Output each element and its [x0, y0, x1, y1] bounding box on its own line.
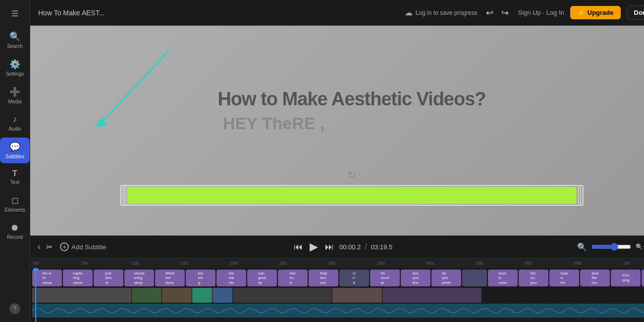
- zoom-in-button[interactable]: 🔍+: [634, 242, 644, 252]
- top-bar: How To Make AEST... ☁ Log in to save pro…: [30, 0, 644, 26]
- add-subtitle-label: Add Subtitle: [71, 243, 106, 251]
- ruler-marks: 0s 5s 10s 15s 20s 25s 30s 35s 40s 45s 50…: [32, 261, 644, 266]
- clip-10[interactable]: thatarenot: [309, 270, 338, 286]
- clip-8[interactable]: cangreatly: [247, 270, 277, 286]
- thumb-8: [382, 288, 482, 303]
- thumb-2: [132, 288, 161, 303]
- clip-7[interactable]: elements: [216, 270, 246, 286]
- clip-14[interactable]: doyouprefe: [431, 270, 461, 286]
- clip-12[interactable]: Itscrucial: [370, 270, 400, 286]
- total-time: 03:19.5: [371, 243, 392, 251]
- svg-line-0: [100, 50, 169, 125]
- search-icon: 🔍: [9, 31, 20, 42]
- clip-1[interactable]: Ho wtovisua: [32, 270, 62, 286]
- playhead[interactable]: [35, 268, 36, 322]
- clip-19[interactable]: andthemu: [580, 270, 610, 286]
- add-subtitle-button[interactable]: + Add Subtitle: [57, 241, 109, 253]
- canvas-background: HEY TheRE , How to Make Aesthetic Videos…: [30, 26, 644, 235]
- login-link[interactable]: Log In: [546, 9, 564, 16]
- thumb-1: [32, 288, 131, 303]
- svg-marker-1: [95, 117, 107, 127]
- undo-button[interactable]: ↩: [483, 5, 496, 20]
- ruler-mark-40s: 40s: [426, 261, 475, 266]
- upgrade-icon: ⚡: [577, 9, 585, 16]
- clip-16[interactable]: mood,color: [488, 270, 518, 286]
- scissors-button[interactable]: ✂: [45, 241, 54, 253]
- clip-9[interactable]: Heresa: [278, 270, 308, 286]
- sidebar-item-search[interactable]: 🔍 Search: [0, 27, 30, 53]
- save-progress-label: Log in to save progress: [416, 9, 478, 16]
- sidebar-label-text: Text: [10, 180, 19, 185]
- ruler-mark-25s: 25s: [278, 261, 327, 266]
- sidebar-item-elements[interactable]: ◻ Elements: [0, 191, 30, 217]
- rewind-button[interactable]: ⏮: [292, 240, 304, 254]
- hamburger-menu[interactable]: ☰: [6, 4, 23, 23]
- subtitle-fill-bar: [127, 187, 577, 204]
- clip-20[interactable]: Chosing: [611, 270, 641, 286]
- zoom-slider-container: [591, 243, 631, 251]
- subtitle-track-row: Ho wtovisua capturingvisua justabout vis…: [30, 268, 644, 288]
- subtitle-selection-box[interactable]: [120, 185, 584, 206]
- ruler-mark-20s: 20s: [229, 261, 278, 266]
- sidebar-item-audio[interactable]: ♪ Audio: [0, 110, 30, 136]
- play-button[interactable]: ▶: [308, 239, 320, 255]
- settings-icon: ⚙️: [9, 59, 20, 70]
- sidebar-item-settings[interactable]: ⚙️ Settings: [0, 55, 30, 81]
- clip-21[interactable]: theosine: [642, 270, 644, 286]
- auth-links: Sign Up · Log In: [518, 9, 564, 16]
- done-button[interactable]: Done ✓: [627, 5, 644, 20]
- timeline-ruler: 0s 5s 10s 15s 20s 25s 30s 35s 40s 45s 50…: [30, 258, 644, 268]
- timeline-back-button[interactable]: ‹: [36, 241, 42, 253]
- timeline-track-area[interactable]: Ho wtovisua capturingvisua justabout vis…: [30, 268, 644, 322]
- selection-handle-left[interactable]: [123, 186, 126, 204]
- sidebar-label-media: Media: [8, 99, 21, 104]
- clip-6[interactable]: looking: [186, 270, 215, 286]
- sidebar-item-subtitles[interactable]: 💬 Subtitles: [0, 138, 30, 163]
- save-progress-btn[interactable]: ☁ Log in to save progress: [405, 8, 478, 17]
- redo-button[interactable]: ↪: [498, 5, 512, 20]
- sidebar-label-elements: Elements: [4, 207, 25, 213]
- video-title: How to Make Aesthetic Videos?: [95, 89, 609, 110]
- main-area: How To Make AEST... ☁ Log in to save pro…: [30, 0, 644, 322]
- hey-there-text: HEY TheRE ,: [223, 115, 324, 132]
- clip-18[interactable]: make,fro: [549, 270, 579, 286]
- left-sidebar: ☰ 🔍 Search ⚙️ Settings ➕ Media ♪ Audio 💬…: [0, 0, 30, 322]
- sidebar-item-record[interactable]: ⏺ Record: [0, 219, 30, 244]
- clip-15[interactable]: [462, 270, 487, 286]
- media-icon: ➕: [9, 87, 20, 97]
- video-thumbnail-row: [30, 288, 644, 304]
- ruler-mark-55s: 55s: [573, 261, 622, 266]
- upgrade-button[interactable]: ⚡ Upgrade: [570, 6, 621, 19]
- audio-wave-svg: [32, 304, 644, 318]
- clip-2[interactable]: capturingvisua: [63, 270, 93, 286]
- sidebar-label-record: Record: [7, 234, 23, 240]
- ruler-mark-45s: 45s: [475, 261, 524, 266]
- clip-13[interactable]: Areyoudra: [401, 270, 430, 286]
- sidebar-item-text[interactable]: T Text: [0, 165, 30, 189]
- signup-link[interactable]: Sign Up: [518, 9, 540, 16]
- sidebar-item-media[interactable]: ➕ Media: [0, 83, 30, 108]
- sidebar-label-subtitles: Subtitles: [5, 154, 24, 159]
- ruler-mark-0s: 0s: [32, 261, 81, 266]
- elements-icon: ◻: [11, 195, 19, 206]
- fast-forward-button[interactable]: ⏭: [323, 240, 335, 254]
- audio-waveform-row[interactable]: [32, 304, 644, 318]
- ruler-mark-50s: 50s: [524, 261, 573, 266]
- clip-5[interactable]: Whetherstory: [155, 270, 185, 286]
- thumb-5: [213, 288, 232, 303]
- clip-3[interactable]: justabout: [94, 270, 123, 286]
- selection-handle-right[interactable]: [578, 186, 581, 204]
- zoom-slider[interactable]: [591, 243, 631, 251]
- sidebar-item-help[interactable]: ?: [0, 299, 30, 318]
- ruler-mark-30s: 30s: [327, 261, 376, 266]
- ruler-mark-10s: 10s: [130, 261, 179, 266]
- clip-4[interactable]: visualizingstory: [124, 270, 154, 286]
- clip-11[interactable]: Und: [339, 270, 369, 286]
- time-separator: /: [365, 242, 367, 251]
- zoom-out-button[interactable]: 🔍: [576, 241, 589, 253]
- thumb-3: [162, 288, 192, 303]
- timeline-left-controls: ‹ ✂ + Add Subtitle: [36, 241, 109, 253]
- add-subtitle-icon: +: [60, 242, 69, 251]
- subtitles-icon: 💬: [9, 141, 20, 152]
- clip-17[interactable]: Once,you: [519, 270, 548, 286]
